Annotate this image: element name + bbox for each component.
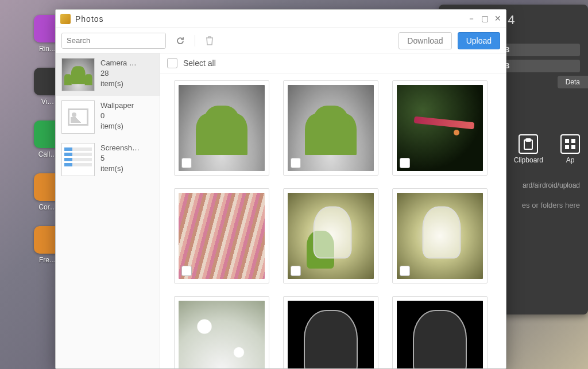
upload-button[interactable]: Upload [458, 32, 500, 49]
photo-checkbox[interactable] [181, 266, 192, 276]
album-screenshots[interactable]: Screensh… 5 item(s) [56, 138, 160, 181]
photos-window: Photos － ▢ ✕ Download Uploa [55, 9, 506, 369]
clipboard-icon [519, 134, 538, 154]
photo-item[interactable] [392, 80, 488, 176]
album-thumbnail [61, 100, 95, 134]
device-apps-button[interactable]: Ap [560, 134, 580, 164]
album-wallpaper[interactable]: Wallpaper 0 item(s) [56, 96, 160, 138]
album-camera[interactable]: Camera … 28 item(s) [56, 53, 160, 96]
device-clipboard-button[interactable]: Clipboard [514, 134, 543, 164]
album-items-label: item(s) [100, 79, 137, 89]
search-field[interactable] [61, 33, 166, 49]
image-placeholder-icon [68, 108, 88, 126]
search-input[interactable] [62, 33, 166, 48]
download-button[interactable]: Download [399, 32, 451, 49]
toolbar: Download Upload [56, 28, 506, 53]
select-all-row[interactable]: Select all [160, 53, 506, 73]
svg-rect-1 [526, 139, 531, 141]
album-count: 5 [100, 153, 140, 164]
select-all-checkbox[interactable] [167, 58, 177, 68]
album-thumbnail [61, 58, 95, 91]
photo-thumbnail [397, 301, 483, 368]
photo-checkbox[interactable] [400, 158, 410, 168]
photo-checkbox[interactable] [291, 266, 301, 276]
delete-button[interactable] [201, 33, 218, 49]
desktop-background: Rin… Vi… Call… Cor… Fre… GE Nexus 4 oid … [0, 0, 588, 369]
close-button[interactable]: ✕ [494, 14, 501, 24]
device-icon-label: Ap [566, 156, 575, 164]
album-name: Screensh… [100, 143, 140, 153]
album-items-label: item(s) [100, 121, 134, 131]
refresh-icon [176, 36, 185, 45]
details-button[interactable]: Deta [558, 76, 588, 88]
select-all-label: Select all [183, 59, 216, 68]
photo-grid[interactable] [160, 73, 506, 368]
grid-icon [560, 134, 580, 154]
titlebar[interactable]: Photos － ▢ ✕ [56, 10, 506, 28]
window-title: Photos [75, 14, 467, 24]
photos-app-icon [60, 14, 71, 24]
photo-item[interactable] [283, 188, 378, 283]
refresh-button[interactable] [172, 33, 189, 49]
photo-checkbox[interactable] [181, 158, 192, 168]
album-count: 0 [100, 111, 134, 121]
screenshot-thumb-icon [62, 143, 94, 176]
svg-rect-2 [565, 139, 569, 143]
photo-thumbnail [288, 301, 374, 368]
photo-thumbnail [179, 301, 265, 368]
album-count: 28 [100, 68, 137, 79]
photo-item[interactable] [283, 296, 378, 368]
minimize-button[interactable]: － [467, 14, 475, 24]
photo-checkbox[interactable] [291, 158, 301, 168]
photo-item[interactable] [174, 80, 269, 176]
photo-item[interactable] [392, 296, 488, 368]
photo-item[interactable] [174, 296, 269, 368]
photos-main: Select all [160, 53, 506, 368]
album-items-label: item(s) [100, 164, 140, 174]
trash-icon [206, 36, 214, 45]
svg-rect-5 [571, 145, 575, 149]
device-icon-label: Clipboard [514, 156, 543, 164]
photo-item[interactable] [283, 80, 378, 176]
toolbar-separator [195, 35, 195, 46]
photo-checkbox[interactable] [400, 266, 410, 276]
album-name: Wallpaper [100, 100, 134, 111]
photo-item[interactable] [392, 188, 488, 283]
album-thumbnail [61, 143, 95, 176]
albums-sidebar: Camera … 28 item(s) Wallpaper 0 item(s) [56, 53, 160, 368]
svg-rect-4 [565, 145, 569, 149]
album-name: Camera … [100, 58, 137, 68]
maximize-button[interactable]: ▢ [481, 14, 489, 24]
svg-rect-3 [571, 139, 575, 143]
photo-item[interactable] [174, 188, 269, 283]
